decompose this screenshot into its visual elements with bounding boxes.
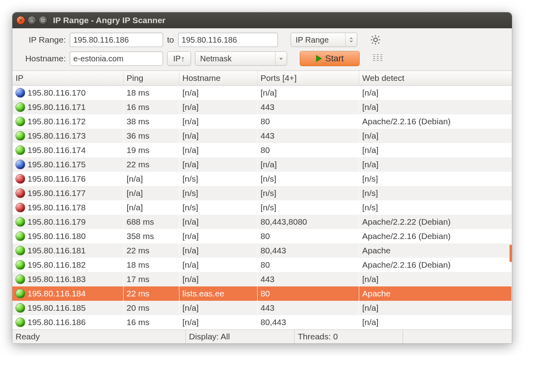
cell-hostname: [n/a] <box>179 301 257 315</box>
cell-ping: 19 ms <box>123 143 179 157</box>
ip-range-end-input[interactable] <box>178 33 278 47</box>
status-ready: Ready <box>12 330 186 343</box>
cell-webdetect: [n/s] <box>359 200 512 215</box>
table-row[interactable]: 195.80.116.17522 ms[n/a][n/a][n/a] <box>12 157 512 172</box>
table-row[interactable]: 195.80.116.18317 ms[n/a]443[n/a] <box>12 272 512 286</box>
column-header-hostname[interactable]: Hostname <box>179 71 257 86</box>
cell-ports: 80 <box>257 143 359 157</box>
table-row[interactable]: 195.80.116.179688 ms[n/a]80,443,8080Apac… <box>12 215 512 229</box>
chevron-updown-icon <box>345 33 357 47</box>
feeder-combo[interactable]: IP Range <box>291 33 357 47</box>
cell-ip: 195.80.116.170 <box>28 88 86 98</box>
cell-ports: 80 <box>257 229 359 243</box>
window-title: IP Range - Angry IP Scanner <box>53 16 165 25</box>
cell-ports: [n/a] <box>257 157 359 172</box>
hostname-input[interactable] <box>70 51 163 66</box>
cell-webdetect: Apache/2.2.16 (Debian) <box>359 229 512 243</box>
table-row[interactable]: 195.80.116.18122 ms[n/a]80,443Apache <box>12 243 512 258</box>
table-row[interactable]: 195.80.116.17238 ms[n/a]80Apache/2.2.16 … <box>12 114 512 129</box>
status-indicator-icon <box>16 274 25 284</box>
cell-ip: 195.80.116.176 <box>28 174 86 184</box>
cell-ping: 20 ms <box>123 301 179 315</box>
cell-webdetect: Apache <box>359 243 512 258</box>
status-threads: Threads: 0 <box>295 330 403 343</box>
table-row[interactable]: 195.80.116.178[n/a][n/s][n/s][n/s] <box>12 200 512 215</box>
cell-ports: 443 <box>257 129 359 143</box>
close-button[interactable] <box>16 16 25 25</box>
cell-ip: 195.80.116.173 <box>28 131 86 141</box>
column-header-web[interactable]: Web detect <box>359 71 512 86</box>
status-bar: Ready Display: All Threads: 0 <box>12 329 512 343</box>
column-header-ping[interactable]: Ping <box>123 71 179 86</box>
cell-ping: 16 ms <box>123 100 179 114</box>
cell-ip: 195.80.116.180 <box>28 231 86 241</box>
cell-hostname: [n/a] <box>179 86 257 100</box>
settings-button[interactable] <box>370 34 381 45</box>
table-row[interactable]: 195.80.116.177[n/a][n/s][n/s][n/s] <box>12 186 512 200</box>
status-indicator-icon <box>16 260 25 270</box>
cell-ping: 358 ms <box>123 229 179 243</box>
table-row[interactable]: 195.80.116.18520 ms[n/a]443[n/a] <box>12 301 512 315</box>
cell-webdetect: [n/a] <box>359 157 512 172</box>
cell-webdetect: [n/a] <box>359 129 512 143</box>
window-controls <box>16 16 47 25</box>
chevron-down-icon <box>275 51 287 66</box>
cell-webdetect: Apache/2.2.22 (Debian) <box>359 215 512 229</box>
column-header-ports[interactable]: Ports [4+] <box>257 71 359 86</box>
gear-icon <box>370 34 381 45</box>
status-indicator-icon <box>16 145 25 155</box>
columns-menu-button[interactable] <box>372 53 384 65</box>
table-row[interactable]: 195.80.116.18422 mslists.eas.ee80Apache <box>12 286 512 301</box>
cell-ip: 195.80.116.184 <box>28 289 86 298</box>
cell-ports: 443 <box>257 100 359 114</box>
ip-up-button[interactable]: IP↑ <box>167 51 191 66</box>
cell-ping: 18 ms <box>123 86 179 100</box>
cell-webdetect: Apache/2.2.16 (Debian) <box>359 114 512 129</box>
cell-ports: 80,443 <box>257 315 359 329</box>
start-button[interactable]: Start <box>300 51 360 66</box>
ip-range-start-input[interactable] <box>70 33 163 47</box>
status-indicator-icon <box>16 102 25 112</box>
ip-range-label: IP Range: <box>17 35 66 45</box>
table-row[interactable]: 195.80.116.18616 ms[n/a]80,443[n/a] <box>12 315 512 329</box>
cell-hostname: [n/a] <box>179 129 257 143</box>
status-indicator-icon <box>16 160 25 169</box>
table-row[interactable]: 195.80.116.176[n/a][n/s][n/s][n/s] <box>12 172 512 186</box>
cell-ping: 16 ms <box>123 315 179 329</box>
maximize-button[interactable] <box>39 16 47 25</box>
results-table-wrap: IP Ping Hostname Ports [4+] Web detect 1… <box>12 71 512 329</box>
cell-webdetect: Apache/2.2.16 (Debian) <box>359 258 512 272</box>
column-header-ip[interactable]: IP <box>12 71 123 86</box>
netmask-combo[interactable]: Netmask <box>195 51 287 66</box>
cell-webdetect: [n/a] <box>359 272 512 286</box>
table-row[interactable]: 195.80.116.17419 ms[n/a]80[n/a] <box>12 143 512 157</box>
status-indicator-icon <box>16 203 25 212</box>
cell-ip: 195.80.116.172 <box>28 117 86 126</box>
status-display: Display: All <box>186 330 295 343</box>
cell-ports: 443 <box>257 272 359 286</box>
cell-ip: 195.80.116.171 <box>28 102 86 112</box>
scrollbar-thumb[interactable] <box>509 245 512 262</box>
minimize-button[interactable] <box>28 16 36 25</box>
table-row[interactable]: 195.80.116.18218 ms[n/a]80Apache/2.2.16 … <box>12 258 512 272</box>
status-indicator-icon <box>16 131 25 141</box>
play-icon <box>316 55 322 62</box>
cell-webdetect: [n/a] <box>359 315 512 329</box>
svg-rect-1 <box>42 19 44 22</box>
table-row[interactable]: 195.80.116.180358 ms[n/a]80Apache/2.2.16… <box>12 229 512 243</box>
cell-ping: 688 ms <box>123 215 179 229</box>
cell-ping: 22 ms <box>123 286 179 301</box>
cell-hostname: [n/s] <box>179 186 257 200</box>
table-row[interactable]: 195.80.116.17018 ms[n/a][n/a][n/a] <box>12 86 512 100</box>
status-indicator-icon <box>16 174 25 184</box>
cell-ip: 195.80.116.177 <box>28 188 86 198</box>
cell-hostname: [n/a] <box>179 272 257 286</box>
cell-hostname: [n/a] <box>179 114 257 129</box>
table-row[interactable]: 195.80.116.17336 ms[n/a]443[n/a] <box>12 129 512 143</box>
cell-webdetect: [n/s] <box>359 186 512 200</box>
hostname-label: Hostname: <box>17 54 66 63</box>
table-row[interactable]: 195.80.116.17116 ms[n/a]443[n/a] <box>12 100 512 114</box>
cell-ports: 80 <box>257 286 359 301</box>
cell-hostname: [n/a] <box>179 215 257 229</box>
cell-webdetect: [n/a] <box>359 86 512 100</box>
